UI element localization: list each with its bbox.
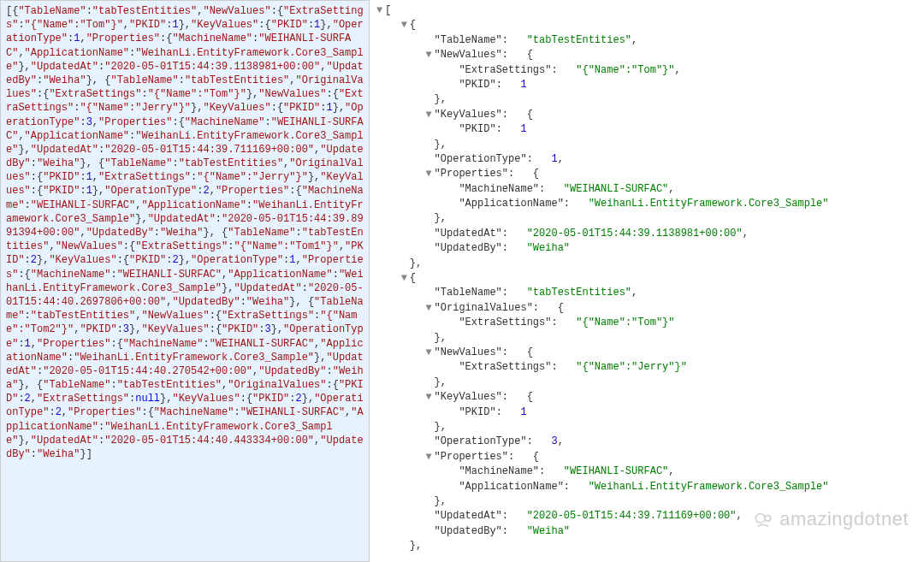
json-tree-viewer[interactable]: ▼[ ▼{ "TableName": "tabTestEntities", ▼"… (370, 0, 924, 562)
tree-row[interactable]: ▼"NewValues": { (376, 346, 917, 360)
tree-row[interactable]: }, (376, 138, 917, 152)
tree-row[interactable]: "UpdatedBy": "Weiha" (376, 241, 917, 256)
tree-row[interactable]: "PKID": 1 (376, 405, 917, 420)
tree-row[interactable]: "TableName": "tabTestEntities", (376, 286, 917, 300)
tree-row[interactable]: }, (376, 420, 917, 435)
tree-toggle-icon[interactable]: ▼ (426, 346, 435, 360)
tree-row[interactable]: ▼"KeyValues": { (376, 108, 917, 122)
tree-row[interactable]: "OperationType": 1, (376, 152, 917, 167)
tree-toggle-icon[interactable]: ▼ (426, 108, 435, 122)
tree-row[interactable]: "MachineName": "WEIHANLI-SURFAC", (376, 464, 917, 479)
tree-row[interactable]: "ApplicationName": "WeihanLi.EntityFrame… (376, 197, 917, 211)
tree-toggle-icon[interactable]: ▼ (426, 450, 435, 464)
tree-row[interactable]: }, (376, 257, 917, 271)
tree-toggle-icon[interactable]: ▼ (426, 167, 435, 181)
tree-row[interactable]: ▼{ (376, 18, 917, 33)
tree-row[interactable]: "ExtraSettings": "{"Name":"Jerry"}" (376, 360, 917, 375)
tree-toggle-icon[interactable]: ▼ (426, 390, 435, 405)
tree-row[interactable]: ▼"Properties": { (376, 167, 917, 181)
tree-toggle-icon[interactable]: ▼ (426, 301, 435, 316)
tree-row[interactable]: "PKID": 1 (376, 122, 917, 137)
tree-row[interactable]: ▼[ (376, 3, 917, 18)
tree-row[interactable]: "UpdatedAt": "2020-05-01T15:44:39.711169… (376, 509, 917, 524)
tree-row[interactable]: "OperationType": 3, (376, 435, 917, 449)
tree-row[interactable]: "ExtraSettings": "{"Name":"Tom"}" (376, 316, 917, 330)
tree-row[interactable]: "ApplicationName": "WeihanLi.EntityFrame… (376, 480, 917, 494)
tree-row[interactable]: "TableName": "tabTestEntities", (376, 33, 917, 48)
tree-row[interactable]: "MachineName": "WEIHANLI-SURFAC", (376, 182, 917, 197)
tree-row[interactable]: ▼"OriginalValues": { (376, 301, 917, 316)
tree-row[interactable]: ▼"Properties": { (376, 450, 917, 464)
raw-json-textarea[interactable]: [{"TableName":"tabTestEntities","NewValu… (0, 0, 370, 562)
tree-toggle-icon[interactable]: ▼ (401, 18, 410, 33)
tree-toggle-icon[interactable]: ▼ (426, 48, 435, 62)
tree-row[interactable]: ▼{ (376, 271, 917, 286)
tree-row[interactable]: }, (376, 494, 917, 509)
tree-row[interactable]: "UpdatedBy": "Weiha" (376, 524, 917, 539)
tree-row[interactable]: }, (376, 331, 917, 346)
tree-row[interactable]: ▼"NewValues": { (376, 48, 917, 62)
tree-row[interactable]: }, (376, 211, 917, 226)
tree-toggle-icon[interactable]: ▼ (401, 271, 410, 286)
tree-row[interactable]: }, (376, 539, 917, 553)
tree-row[interactable]: "UpdatedAt": "2020-05-01T15:44:39.113898… (376, 227, 917, 241)
tree-row[interactable]: "PKID": 1 (376, 78, 917, 92)
tree-row[interactable]: }, (376, 376, 917, 390)
tree-row[interactable]: "ExtraSettings": "{"Name":"Tom"}", (376, 63, 917, 78)
tree-row[interactable]: }, (376, 92, 917, 107)
tree-row[interactable]: ▼"KeyValues": { (376, 390, 917, 405)
tree-toggle-icon[interactable]: ▼ (376, 3, 385, 18)
